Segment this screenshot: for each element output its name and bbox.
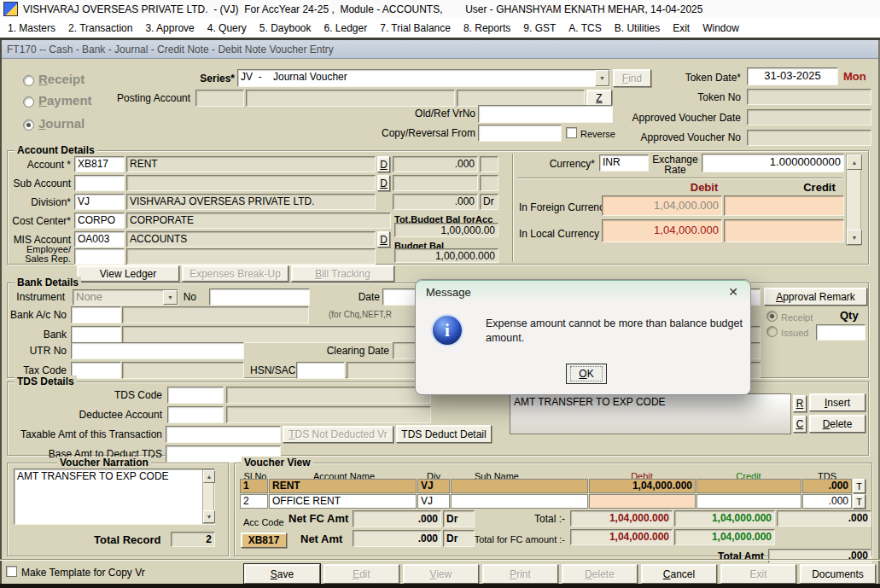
menu-item-window[interactable]: Window: [702, 22, 739, 34]
currency-divider: [517, 178, 842, 179]
row2-div[interactable]: VJ: [417, 494, 450, 509]
currency-label: Currency*: [521, 158, 595, 170]
voucher-narration-textarea[interactable]: AMT TRANSFER TO EXP CODE: [14, 469, 215, 525]
copy-reversal-input[interactable]: [478, 125, 562, 142]
posting-account-extra-field: [457, 90, 585, 107]
scroll-down-icon[interactable]: [847, 230, 862, 245]
account-code-input[interactable]: XB817: [74, 156, 125, 172]
mis-account-code-input[interactable]: OA003: [74, 231, 125, 247]
r-button[interactable]: R: [793, 395, 807, 412]
series-dropdown-icon[interactable]: [595, 70, 609, 86]
series-combobox[interactable]: JV - Journal Voucher: [237, 69, 610, 87]
line-narration-box[interactable]: AMT TRANSFER TO EXP CODE: [510, 393, 791, 434]
c-button[interactable]: C: [793, 416, 807, 433]
menu-item-exit[interactable]: Exit: [673, 22, 690, 34]
exchange-rate-input[interactable]: 1.0000000000: [702, 154, 844, 172]
exchange-scrollbar[interactable]: [846, 154, 861, 246]
employee-name-field: [126, 248, 376, 265]
menu-item-utilities[interactable]: B. Utilities: [615, 22, 660, 34]
acc-code-button[interactable]: XB817: [241, 533, 287, 548]
utr-no-input[interactable]: [71, 342, 244, 359]
menu-item-daybook[interactable]: 5. Daybook: [259, 22, 312, 34]
save-button[interactable]: Save: [244, 564, 320, 584]
menu-item-ledger[interactable]: 6. Ledger: [324, 22, 368, 34]
edit-button: Edit: [323, 564, 399, 584]
documents-button[interactable]: Documents: [800, 564, 876, 584]
cost-center-label: Cost Center*: [7, 215, 71, 227]
scroll-down-icon[interactable]: [203, 510, 215, 523]
row2-debit[interactable]: [589, 494, 696, 509]
menu-item-query[interactable]: 4. Query: [207, 22, 247, 34]
total-label: Total :-: [497, 513, 565, 525]
make-template-checkbox[interactable]: [6, 566, 17, 577]
row2-tds[interactable]: .000: [802, 494, 852, 509]
menu-item-transaction[interactable]: 2. Transaction: [68, 22, 132, 34]
menu-item-gst[interactable]: 9. GST: [523, 22, 556, 34]
insert-button[interactable]: Insert: [809, 393, 865, 411]
tax-name-field: [122, 362, 244, 379]
reverse-checkbox[interactable]: [566, 127, 577, 138]
row1-debit[interactable]: 1,04,000.000: [589, 479, 696, 493]
row2-t-button[interactable]: T: [853, 494, 865, 509]
payment-radio[interactable]: [23, 96, 34, 108]
row1-tds[interactable]: .000: [802, 479, 852, 493]
row1-subname[interactable]: [451, 479, 588, 493]
narration-scrollbar[interactable]: [202, 469, 214, 524]
cost-center-code-input[interactable]: CORPO: [74, 212, 125, 229]
scroll-up-icon[interactable]: [847, 154, 862, 170]
taxable-amt-input[interactable]: [166, 426, 281, 443]
bank-code-input[interactable]: [71, 326, 121, 343]
row1-credit[interactable]: [696, 479, 801, 493]
old-ref-input[interactable]: [478, 105, 613, 123]
menu-item-reports[interactable]: 8. Reports: [463, 22, 510, 34]
approved-date-field: [747, 109, 871, 125]
posting-account-code-field: [195, 90, 244, 107]
mis-account-detail-button[interactable]: D: [377, 231, 390, 247]
row1-div[interactable]: VJ: [417, 479, 450, 493]
deductee-input[interactable]: [167, 406, 224, 423]
row1-t-button[interactable]: T: [853, 479, 865, 493]
currency-input[interactable]: INR: [599, 154, 649, 172]
net-amt-label: Net Amt: [300, 533, 342, 545]
instrument-no-input[interactable]: [209, 288, 310, 306]
row2-account[interactable]: OFFICE RENT: [269, 494, 417, 509]
division-code-input[interactable]: VJ: [74, 194, 125, 210]
z-button[interactable]: Z: [586, 90, 612, 107]
app-icon: [3, 2, 18, 16]
menu-item-tcs[interactable]: A. TCS: [568, 22, 601, 34]
view-ledger-button[interactable]: View Ledger: [77, 265, 179, 282]
tds-deduct-detail-button[interactable]: TDS Deduct Detail: [396, 425, 492, 443]
tax-code-input[interactable]: [71, 362, 121, 379]
receipt-radio-label: Receipt: [38, 72, 85, 86]
delete-row-button[interactable]: Delete: [809, 415, 865, 433]
sub-account-detail-button[interactable]: D: [377, 175, 390, 191]
row2-slno[interactable]: 2: [240, 494, 268, 509]
ok-button[interactable]: OK: [566, 364, 607, 384]
token-date-input[interactable]: 31-03-2025: [747, 67, 838, 85]
journal-radio[interactable]: [23, 119, 34, 131]
menu-item-approve[interactable]: 3. Approve: [145, 22, 194, 34]
row1-account[interactable]: RENT: [269, 479, 417, 493]
row2-subname[interactable]: [451, 494, 588, 509]
menu-item-masters[interactable]: 1. Masters: [8, 22, 55, 34]
employee-code-input[interactable]: [74, 248, 125, 265]
scroll-up-icon[interactable]: [203, 470, 215, 483]
message-dialog: Message ✕ i Expense amount cannot be mor…: [415, 279, 751, 395]
total-credit: 1,04,000.000: [674, 510, 775, 527]
bank-ac-code-input[interactable]: [71, 306, 121, 323]
tds-code-input[interactable]: [167, 387, 224, 404]
total-amt-value: .000: [768, 549, 871, 563]
row2-credit[interactable]: [696, 494, 801, 509]
hsn-sac-input[interactable]: [296, 362, 345, 379]
row1-slno[interactable]: 1: [240, 479, 268, 493]
sub-account-code-input[interactable]: [74, 175, 125, 191]
account-detail-button[interactable]: D: [377, 156, 390, 172]
qty-input[interactable]: [816, 324, 865, 341]
receipt-radio[interactable]: [23, 75, 34, 86]
account-name-field: RENT: [126, 156, 376, 172]
receipt-qty-label: Receipt: [781, 311, 813, 323]
menu-item-trial-balance[interactable]: 7. Trial Balance: [380, 22, 451, 34]
cancel-button[interactable]: Cancel: [641, 564, 717, 584]
approval-remark-button[interactable]: Approval Remark: [764, 288, 867, 306]
dialog-close-icon[interactable]: ✕: [728, 285, 738, 299]
